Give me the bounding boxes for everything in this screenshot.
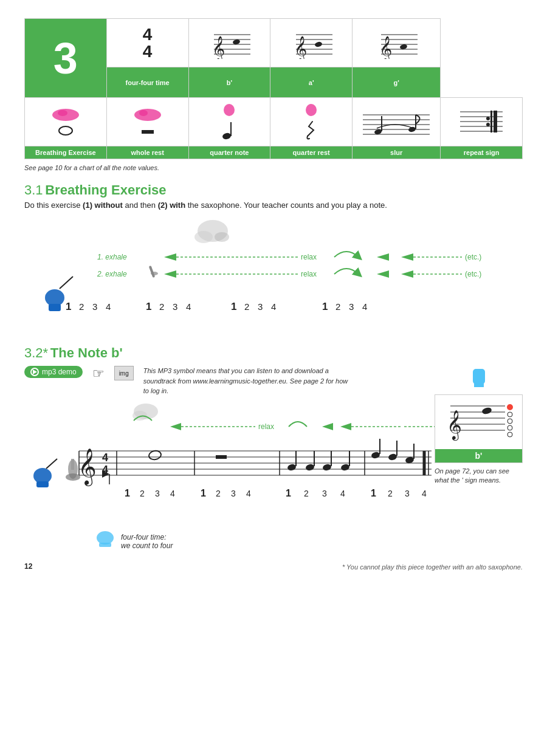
note-g-prime-cell: 𝄞 xyxy=(353,19,441,67)
whole-note-sym xyxy=(57,125,75,136)
repeat-sign-label: repeat sign xyxy=(441,146,523,159)
svg-text:relax: relax xyxy=(301,270,317,278)
quarter-rest-label: quarter rest xyxy=(270,146,353,159)
four-four-caption: four-four time:we count to four xyxy=(121,533,173,550)
svg-text:4: 4 xyxy=(246,489,251,498)
page-footer: 12 * You cannot play this piece together… xyxy=(24,562,523,571)
section-3-1-title: Breathing Exercise xyxy=(45,182,166,198)
note-a-prime-cell: 𝄞 xyxy=(270,19,353,67)
svg-text:4: 4 xyxy=(170,489,175,498)
section-3-2-title: The Note b' xyxy=(50,345,123,360)
svg-text:4: 4 xyxy=(271,301,276,312)
svg-marker-107 xyxy=(170,423,181,430)
svg-line-116 xyxy=(46,459,57,469)
note-card-box: 𝄞 b' xyxy=(435,394,523,463)
svg-text:3: 3 xyxy=(92,301,97,312)
svg-point-104 xyxy=(507,432,512,437)
svg-text:(etc.): (etc.) xyxy=(465,270,481,278)
slur-cell xyxy=(353,98,441,146)
svg-text:2: 2 xyxy=(140,489,145,498)
note-b-card-staff: 𝄞 xyxy=(438,400,517,442)
svg-point-99 xyxy=(481,407,492,415)
note-a-prime-staff: 𝄞 xyxy=(287,26,335,59)
svg-text:3: 3 xyxy=(173,301,177,312)
svg-rect-170 xyxy=(99,543,111,547)
mp3-label: mp3 demo xyxy=(42,368,77,376)
svg-text:𝄞: 𝄞 xyxy=(212,36,225,59)
svg-text:𝄞: 𝄞 xyxy=(447,410,462,441)
svg-text:4: 4 xyxy=(102,452,108,464)
footer-note: * You cannot play this piece together wi… xyxy=(342,563,523,571)
note-card-staff-area: 𝄞 xyxy=(435,395,522,449)
mp3-description: This MP3 symbol means that you can liste… xyxy=(143,366,350,396)
svg-text:2: 2 xyxy=(335,301,340,312)
svg-rect-136 xyxy=(216,455,227,459)
whole-rest-sym xyxy=(139,125,157,136)
svg-text:4: 4 xyxy=(102,464,108,476)
svg-point-23 xyxy=(59,126,72,135)
svg-text:1: 1 xyxy=(231,301,236,312)
svg-marker-53 xyxy=(164,253,176,261)
svg-point-169 xyxy=(97,531,114,545)
breathing-svg: 1. exhale relax (etc.) 2. exhale xyxy=(24,216,523,325)
svg-marker-63 xyxy=(164,270,176,278)
mp3-demo-badge[interactable]: mp3 demo xyxy=(24,366,83,378)
note-a-label: a' xyxy=(270,67,353,98)
note-b-label: b' xyxy=(188,67,270,98)
svg-text:1: 1 xyxy=(322,301,328,312)
section-3-2-number: 3.2* xyxy=(24,345,48,360)
svg-marker-66 xyxy=(377,270,389,278)
note-b-card: 𝄞 b' On page 72, you can see xyxy=(435,366,523,486)
quarter-note-blob xyxy=(223,103,235,117)
svg-text:3: 3 xyxy=(258,301,263,312)
chapter-number: 3 xyxy=(25,19,107,98)
svg-point-50 xyxy=(194,231,213,243)
symbol-table: 3 4 4 𝄞 xyxy=(24,18,523,159)
svg-point-102 xyxy=(507,419,512,424)
quarter-note-sym xyxy=(222,119,236,141)
svg-point-47 xyxy=(486,117,490,120)
svg-point-51 xyxy=(215,232,229,242)
svg-text:4: 4 xyxy=(422,489,427,498)
svg-point-137 xyxy=(287,463,297,471)
repeat-sign-cell xyxy=(441,98,523,146)
page: 3 4 4 𝄞 xyxy=(0,0,547,756)
note-b-prime-staff: 𝄞 xyxy=(205,26,253,59)
svg-marker-110 xyxy=(322,423,333,430)
svg-rect-71 xyxy=(49,304,61,311)
svg-text:3: 3 xyxy=(405,489,410,498)
svg-text:4: 4 xyxy=(186,301,191,312)
svg-point-135 xyxy=(148,450,162,460)
svg-point-103 xyxy=(507,425,512,430)
svg-marker-56 xyxy=(377,253,389,261)
section-3-2-notation-svg: relax xyxy=(24,402,438,524)
mp3-badge-inner: mp3 demo xyxy=(24,366,83,378)
svg-point-147 xyxy=(388,453,397,461)
svg-text:relax: relax xyxy=(258,422,274,431)
svg-point-70 xyxy=(45,289,64,306)
svg-rect-46 xyxy=(494,111,497,132)
svg-text:2. exhale: 2. exhale xyxy=(97,270,127,278)
svg-marker-57 xyxy=(401,253,413,261)
time-sig-cell: 4 4 xyxy=(106,19,188,67)
svg-point-141 xyxy=(322,463,332,471)
svg-text:1: 1 xyxy=(286,488,291,498)
svg-text:1: 1 xyxy=(371,488,376,498)
svg-text:2: 2 xyxy=(159,301,164,312)
quarter-note-label: quarter note xyxy=(188,146,270,159)
svg-text:1: 1 xyxy=(66,301,71,312)
quarter-note-cell xyxy=(188,98,270,146)
svg-text:3: 3 xyxy=(349,301,354,312)
svg-point-48 xyxy=(486,123,490,126)
svg-point-27 xyxy=(224,104,235,116)
svg-text:1: 1 xyxy=(125,488,130,498)
quarter-rest-blob xyxy=(305,103,317,117)
svg-text:4: 4 xyxy=(340,489,345,498)
svg-text:2: 2 xyxy=(304,489,309,498)
section-3-1-desc: Do this exercise (1) without and then (2… xyxy=(24,201,523,210)
svg-point-22 xyxy=(58,110,67,116)
time-sig-label: four-four time xyxy=(106,67,188,98)
hand-caption-icon xyxy=(94,531,116,548)
svg-rect-45 xyxy=(490,111,492,132)
section-3-1-heading: 3.1 Breathing Exercise xyxy=(24,182,523,198)
